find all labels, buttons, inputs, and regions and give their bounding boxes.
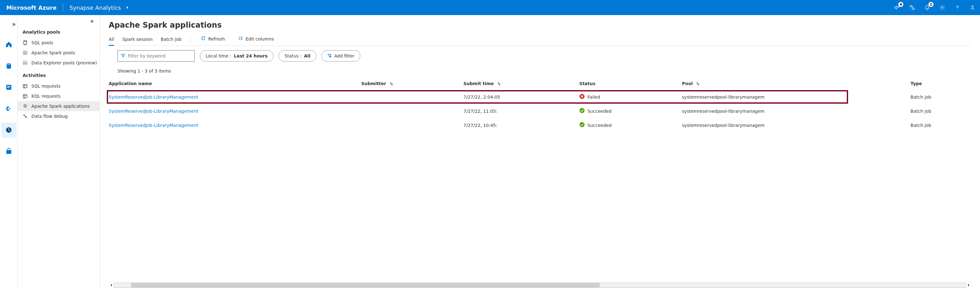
top-bar-right: 4 1: [889, 0, 980, 15]
service-name[interactable]: Synapse Analytics: [63, 5, 124, 11]
tabs: All Spark session Batch job: [109, 33, 181, 46]
sidebar-item-sql-pools[interactable]: SQL SQL pools: [18, 38, 100, 48]
sidebar-item-apache-spark-applications[interactable]: Apache Spark applications: [18, 101, 100, 111]
cell-type: Batch job: [906, 118, 980, 132]
sort-icon: [390, 82, 393, 86]
side-panel: Analytics pools SQL SQL pools Apache Spa…: [18, 15, 100, 288]
status-icon: [579, 122, 585, 129]
status-icon: [579, 108, 585, 114]
tab-toolbar: All Spark session Batch job Refresh Edit…: [109, 33, 971, 46]
home-icon[interactable]: [1, 37, 16, 52]
table-row[interactable]: SystemReservedJob-LibraryManagement7/27/…: [100, 90, 980, 104]
col-type[interactable]: Type: [906, 77, 980, 90]
application-link[interactable]: SystemReservedJob-LibraryManagement: [109, 123, 198, 128]
svg-point-0: [942, 7, 943, 8]
rail-collapse-button[interactable]: [0, 18, 18, 31]
showing-count: Showing 1 - 3 of 3 items: [109, 64, 971, 77]
svg-point-1: [972, 6, 974, 7]
svg-text:SQL: SQL: [23, 87, 26, 89]
filter-keyword[interactable]: [118, 50, 195, 62]
edit-columns-button[interactable]: Edit columns: [237, 33, 275, 46]
sidebar-item-data-flow-debug[interactable]: Data flow debug: [18, 111, 100, 121]
feedback-button[interactable]: [965, 0, 980, 15]
time-filter-pill[interactable]: Local time : Last 24 hours: [200, 50, 274, 62]
status-filter-pill[interactable]: Status : All: [278, 50, 316, 62]
sort-icon: [696, 82, 700, 86]
help-button[interactable]: [950, 0, 965, 15]
table-wrap[interactable]: Application name Submitter Submit time S…: [100, 77, 980, 282]
svg-text:SQL: SQL: [24, 44, 27, 46]
sidebar-item-label: SQL requests: [32, 84, 60, 89]
col-application-name[interactable]: Application name: [100, 77, 357, 90]
tab-spark-session[interactable]: Spark session: [122, 33, 153, 46]
col-submit-time[interactable]: Submit time: [459, 77, 575, 90]
edit-columns-icon: [238, 36, 243, 42]
scroll-thumb[interactable]: [131, 283, 600, 287]
sidebar-item-label: KQL requests: [32, 94, 60, 99]
svg-point-31: [579, 108, 585, 113]
col-status[interactable]: Status: [575, 77, 678, 90]
tab-batch-job[interactable]: Batch job: [161, 33, 181, 46]
side-section-activities: Activities: [18, 71, 100, 81]
status-icon: [579, 94, 585, 100]
breadcrumb-play-icon[interactable]: [124, 0, 131, 15]
data-icon[interactable]: [1, 59, 16, 73]
brand[interactable]: Microsoft Azure: [6, 5, 63, 11]
sidebar-item-apache-spark-pools[interactable]: Apache Spark pools: [18, 48, 100, 58]
notifications-button[interactable]: 1: [920, 0, 935, 15]
tab-all[interactable]: All: [109, 33, 114, 46]
application-link[interactable]: SystemReservedJob-LibraryManagement: [109, 94, 198, 100]
sidebar-item-label: Data Explorer pools (preview): [32, 60, 97, 65]
cell-status: Succeeded: [575, 118, 678, 132]
filter-row: Local time : Last 24 hours Status : All …: [109, 46, 971, 64]
sort-icon: [497, 82, 501, 86]
pill-label: Add filter: [334, 53, 354, 59]
refresh-label: Refresh: [208, 37, 225, 41]
application-link[interactable]: SystemReservedJob-LibraryManagement: [109, 109, 198, 114]
sidebar-item-sql-requests[interactable]: SQL SQL requests: [18, 81, 100, 91]
col-submitter[interactable]: Submitter: [357, 77, 459, 90]
cell-submit-time: 7/27/22, 2:04:05: [459, 90, 575, 104]
svg-point-32: [579, 122, 585, 127]
integrate-icon[interactable]: [1, 101, 16, 116]
megaphone-button[interactable]: 4: [889, 0, 905, 15]
manage-icon[interactable]: [1, 144, 16, 159]
content-head: Apache Spark applications All Spark sess…: [100, 15, 980, 77]
refresh-icon: [201, 36, 206, 42]
applications-table: Application name Submitter Submit time S…: [100, 77, 980, 132]
diagnostics-button[interactable]: [905, 0, 920, 15]
notifications-badge: 1: [929, 2, 934, 7]
edit-columns-label: Edit columns: [246, 37, 274, 41]
side-section-analytics-pools: Analytics pools: [18, 28, 100, 38]
svg-rect-7: [7, 87, 10, 88]
cell-submit-time: 7/27/22, 11:05:: [459, 104, 575, 118]
sidepanel-collapse-button[interactable]: [18, 15, 100, 28]
page-title: Apache Spark applications: [109, 21, 971, 30]
cell-pool: systemreservedpool-librarymanagem: [678, 90, 906, 104]
develop-icon[interactable]: [1, 80, 16, 95]
filter-input[interactable]: [128, 53, 191, 59]
pill-label: Local time :: [206, 53, 231, 59]
refresh-button[interactable]: Refresh: [199, 33, 226, 46]
funnel-icon: [121, 53, 125, 59]
table-row[interactable]: SystemReservedJob-LibraryManagement7/27/…: [100, 118, 980, 132]
col-pool[interactable]: Pool: [678, 77, 906, 90]
svg-rect-6: [7, 86, 10, 87]
settings-button[interactable]: [935, 0, 950, 15]
funnel-plus-icon: [327, 53, 332, 59]
top-bar-left: Microsoft Azure Synapse Analytics: [0, 0, 131, 15]
horizontal-scrollbar[interactable]: [100, 282, 980, 288]
pill-value: Last 24 hours: [234, 53, 267, 59]
cell-submit-time: 7/27/22, 10:45:: [459, 118, 575, 132]
add-filter-pill[interactable]: Add filter: [321, 50, 360, 62]
monitor-icon[interactable]: [1, 123, 16, 138]
sidebar-item-kql-requests[interactable]: KQL KQL requests: [18, 91, 100, 101]
table-row[interactable]: SystemReservedJob-LibraryManagement7/27/…: [100, 104, 980, 118]
pill-label: Status :: [285, 53, 302, 59]
cell-submitter: [357, 90, 459, 104]
scroll-track[interactable]: [114, 283, 966, 288]
scroll-left-icon[interactable]: [109, 283, 114, 288]
content: Apache Spark applications All Spark sess…: [100, 15, 980, 288]
scroll-right-icon[interactable]: [966, 283, 971, 288]
sidebar-item-data-explorer-pools[interactable]: Data Explorer pools (preview): [18, 58, 100, 68]
